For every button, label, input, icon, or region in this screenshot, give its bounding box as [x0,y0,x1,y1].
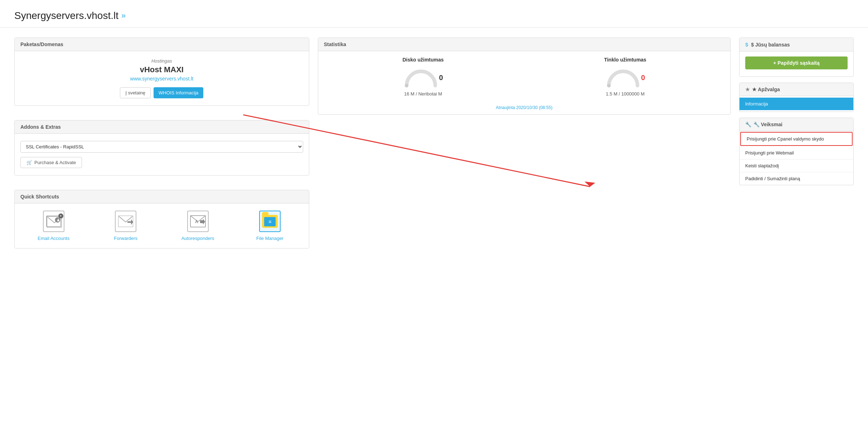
svg-text:♟: ♟ [57,218,60,222]
balance-card: $ $ Jūsų balansas + Papildyti sąskaitą [739,38,854,77]
wrench-icon: 🔧 [745,122,751,127]
page-title: Synergyservers.vhost.lt » [14,10,854,21]
veiksmai-card: 🔧 🔧 Veiksmai Prisijungti prie Cpanel val… [739,118,854,185]
forwarders-label: Forwarders [114,236,137,241]
stats-updated: Atnaujinta 2020/10/30 (08:55) [318,102,730,114]
shortcuts-card-header: Quick Shortcuts [15,190,309,203]
shortcuts-card: Quick Shortcuts ♟ [14,190,309,249]
breadcrumb-chevron: » [121,11,126,20]
veiksmai-list: Prisijungti prie Cpanel valdymo skydo Pr… [740,132,853,185]
email-accounts-label: Email Accounts [38,236,69,241]
svg-text:A: A [195,219,198,224]
addon-select[interactable]: SSL Certificates - RapidSSL [20,141,303,153]
disk-gauge [403,67,439,88]
paketas-card-header: Paketas/Domenas [15,38,309,51]
file-manager-label: File Manager [256,236,283,241]
email-accounts-icon: ♟ + [43,211,64,232]
cart-icon: 🛒 [26,160,32,165]
purchase-activate-button[interactable]: 🛒 Purchase & Activate [20,157,82,168]
svetaine-button[interactable]: Į svetainę [120,87,151,98]
veiksmai-card-header: 🔧 🔧 Veiksmai [740,118,853,131]
statistika-card: Statistika Disko užimtumas 0 16 M / Neri… [318,38,731,115]
hosting-type: Hostingas [20,58,303,64]
addons-card-header: Addons & Extras [15,120,309,134]
svg-marker-7 [585,182,595,187]
network-label: Tinklo užimtumas [526,57,724,63]
cpanel-action-item[interactable]: Prisijungti prie Cpanel valdymo skydo [740,132,853,146]
shortcut-email[interactable]: ♟ + Email Accounts [20,211,87,241]
shortcut-autoresponders[interactable]: A Autoresponders [165,211,231,241]
network-sub: 1.5 M / 1000000 M [526,91,724,97]
disk-column: Disko užimtumas 0 16 M / Neribotai M [324,57,523,97]
domain-link[interactable]: www.synergyservers.vhost.lt [20,76,303,82]
informacija-menu-item[interactable]: Informacija [740,98,853,110]
autoresponders-label: Autoresponders [181,236,214,241]
whois-button[interactable]: WHOIS Informacija [154,87,203,98]
apzvalga-card-header: ★ ★ Apžvalga [740,83,853,96]
webmail-action-item[interactable]: Prisijungti prie Webmail [740,147,853,159]
forwarders-icon [115,211,136,232]
network-value: 0 [641,74,645,82]
disk-sub: 16 M / Neribotai M [324,91,523,97]
disk-value: 0 [439,74,443,82]
page-title-text: Synergyservers.vhost.lt [14,10,118,21]
star-icon: ★ [745,87,750,92]
statistika-card-header: Statistika [318,38,730,51]
shortcut-file-manager[interactable]: ≡ File Manager [237,211,303,241]
network-column: Tinklo užimtumas 0 1.5 M / 1000000 M [526,57,724,97]
network-gauge [605,67,641,88]
addons-card: Addons & Extras SSL Certificates - Rapid… [14,120,309,176]
add-balance-button[interactable]: + Papildyti sąskaitą [745,56,848,69]
balance-card-header: $ $ Jūsų balansas [740,38,853,51]
dollar-icon: $ [745,41,748,48]
package-name: vHost MAXI [20,65,303,74]
file-manager-icon: ≡ [259,211,281,232]
disk-label: Disko užimtumas [324,57,523,63]
paketas-card: Paketas/Domenas Hostingas vHost MAXI www… [14,38,309,106]
apzvalga-card: ★ ★ Apžvalga Informacija [739,83,854,112]
password-action-item[interactable]: Keisti slaptažodį [740,159,853,172]
shortcut-forwarders[interactable]: Forwarders [92,211,159,241]
plan-action-item[interactable]: Padidinti / Sumažinti planą [740,172,853,185]
autoresponders-icon: A [187,211,209,232]
